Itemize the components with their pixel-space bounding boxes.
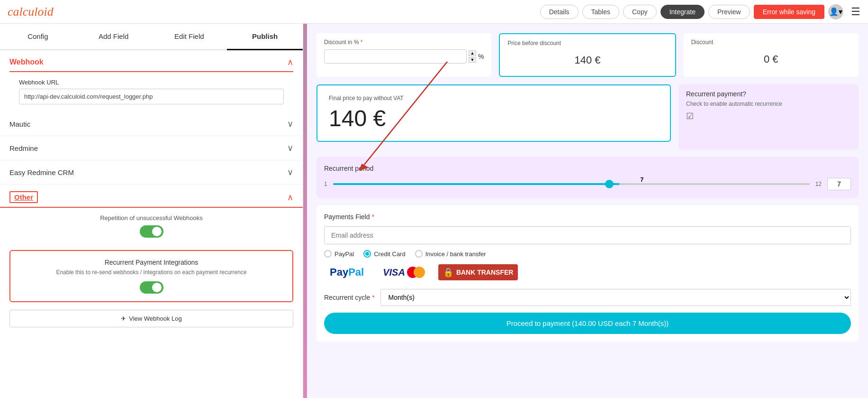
copy-button[interactable]: Copy bbox=[623, 5, 657, 19]
divider bbox=[303, 24, 307, 398]
slider-value-display: 7 bbox=[640, 176, 643, 183]
hamburger-menu[interactable]: ☰ bbox=[851, 6, 860, 18]
cycle-row: Recurrent cycle * Month(s) bbox=[324, 289, 851, 306]
tab-add-field[interactable]: Add Field bbox=[76, 24, 152, 50]
recurrent-payment-desc: Check to enable automatic recurrence bbox=[686, 101, 851, 107]
view-log-button[interactable]: ✈ View Webhook Log bbox=[9, 310, 293, 327]
cycle-label: Recurrent cycle * bbox=[324, 294, 375, 301]
view-log-label: View Webhook Log bbox=[129, 315, 182, 322]
other-title-box: Other bbox=[9, 191, 38, 203]
paypal-radio-label: PayPal bbox=[335, 250, 354, 258]
recurrent-toggle-container bbox=[18, 281, 285, 294]
top-nav: calculoid Details Tables Copy Integrate … bbox=[0, 0, 868, 24]
right-panel: Discount in % * ▲ ▼ % Price before disco… bbox=[307, 24, 868, 398]
recurrent-payment-card: Recurrent payment? Check to enable autom… bbox=[678, 84, 859, 149]
final-price-box: Final price to pay without VAT 140 € bbox=[316, 84, 671, 142]
top-price-row: Discount in % * ▲ ▼ % Price before disco… bbox=[316, 33, 859, 77]
discount-percent-card: Discount in % * ▲ ▼ % bbox=[316, 33, 491, 77]
discount-percent-stepper[interactable]: ▲ ▼ bbox=[469, 50, 476, 63]
stepper-up[interactable]: ▲ bbox=[469, 50, 476, 56]
repetition-toggle-thumb bbox=[152, 227, 162, 236]
repetition-toggle-container: Repetition of unsuccessful Webhooks bbox=[0, 208, 303, 244]
slider-wrapper[interactable] bbox=[333, 183, 810, 185]
redmine-chevron: ∨ bbox=[287, 143, 293, 153]
slider-track bbox=[333, 183, 810, 185]
credit-card-radio-label: Credit Card bbox=[374, 250, 405, 258]
price-before-card: Price before discount 140 € bbox=[499, 33, 676, 77]
discount-calc-card: Discount 0 € bbox=[684, 33, 859, 77]
recurrent-box-title: Recurrent Payment Integrations bbox=[18, 259, 285, 266]
paypal-logo-text: PayPal bbox=[330, 266, 364, 278]
discount-percent-input[interactable] bbox=[324, 49, 467, 64]
credit-card-radio[interactable] bbox=[363, 250, 371, 258]
recurrent-toggle[interactable] bbox=[140, 281, 163, 294]
credit-card-radio-option[interactable]: Credit Card bbox=[363, 250, 405, 258]
tab-edit-field[interactable]: Edit Field bbox=[152, 24, 227, 50]
tab-config[interactable]: Config bbox=[0, 24, 76, 50]
slider-max: 12 bbox=[815, 181, 822, 187]
user-avatar[interactable]: 👤▾ bbox=[828, 4, 843, 19]
bank-lock-icon: 🔒 bbox=[443, 267, 453, 278]
other-section-header[interactable]: Other ∧ bbox=[0, 185, 303, 208]
payments-section: Payments Field * PayPal Credit Card Inv bbox=[316, 205, 859, 342]
bank-transfer-radio[interactable] bbox=[415, 250, 423, 258]
cycle-select[interactable]: Month(s) bbox=[380, 289, 851, 306]
webhook-title: Webhook bbox=[9, 58, 44, 66]
tab-bar: Config Add Field Edit Field Publish bbox=[0, 24, 303, 50]
easy-redmine-label: Easy Redmine CRM bbox=[9, 168, 74, 176]
price-before-label: Price before discount bbox=[507, 40, 667, 46]
credit-card-radio-dot bbox=[365, 252, 369, 256]
left-panel: Config Add Field Edit Field Publish Webh… bbox=[0, 24, 303, 398]
recurrent-box-desc: Enable this to re-send webhooks / integr… bbox=[18, 269, 285, 276]
percent-unit: % bbox=[478, 53, 484, 60]
discount-percent-input-row: ▲ ▼ % bbox=[324, 49, 484, 64]
paypal-logo: PayPal bbox=[324, 263, 370, 281]
discount-calc-label: Discount bbox=[691, 39, 851, 46]
repetition-toggle-track bbox=[140, 225, 163, 238]
recurrent-checkbox[interactable]: ☑ bbox=[686, 111, 851, 121]
slider-min: 1 bbox=[324, 181, 327, 187]
other-chevron: ∧ bbox=[287, 192, 293, 203]
nav-buttons: Details Tables Copy Integrate Preview Er… bbox=[540, 4, 860, 19]
bank-transfer-text: BANK TRANSFER bbox=[456, 268, 514, 276]
slider-thumb bbox=[605, 180, 614, 188]
redmine-label: Redmine bbox=[9, 144, 38, 152]
webhook-section: Webhook ∧ Webhook URL bbox=[0, 50, 303, 112]
easy-redmine-row[interactable]: Easy Redmine CRM ∨ bbox=[0, 160, 303, 185]
mastercard-circles bbox=[407, 267, 425, 278]
details-button[interactable]: Details bbox=[540, 5, 579, 19]
webhook-url-label: Webhook URL bbox=[19, 79, 284, 86]
price-before-value: 140 € bbox=[507, 50, 667, 70]
slider-container: 1 12 7 bbox=[324, 178, 851, 190]
bank-transfer-logo: 🔒 BANK TRANSFER bbox=[438, 264, 518, 280]
visa-text: VISA bbox=[383, 267, 405, 278]
period-label: Recurrent period bbox=[324, 165, 851, 172]
error-button[interactable]: Error while saving bbox=[754, 5, 824, 19]
proceed-button[interactable]: Proceed to payment (140.00 USD each 7 Mo… bbox=[324, 313, 851, 334]
recurrent-payment-box: Recurrent Payment Integrations Enable th… bbox=[9, 250, 293, 302]
paypal-radio[interactable] bbox=[324, 250, 332, 258]
mautic-row[interactable]: Mautic ∨ bbox=[0, 112, 303, 136]
slider-input-box[interactable]: 7 bbox=[827, 178, 851, 190]
webhook-content: Webhook URL bbox=[9, 79, 293, 112]
paypal-radio-option[interactable]: PayPal bbox=[324, 250, 354, 258]
tables-button[interactable]: Tables bbox=[582, 5, 619, 19]
repetition-toggle[interactable] bbox=[140, 225, 163, 238]
recurrent-toggle-track bbox=[140, 281, 163, 294]
final-price-value: 140 € bbox=[329, 105, 659, 131]
webhook-url-input[interactable] bbox=[19, 89, 284, 104]
payments-label: Payments Field * bbox=[324, 213, 851, 221]
period-section: Recurrent period 7 1 12 7 bbox=[316, 157, 859, 198]
discount-calc-value: 0 € bbox=[691, 49, 851, 69]
bank-transfer-radio-option[interactable]: Invoice / bank transfer bbox=[415, 250, 486, 258]
tab-publish[interactable]: Publish bbox=[227, 24, 303, 50]
webhook-header[interactable]: Webhook ∧ bbox=[9, 50, 293, 72]
preview-button[interactable]: Preview bbox=[708, 5, 750, 19]
redmine-row[interactable]: Redmine ∨ bbox=[0, 136, 303, 160]
view-log-icon: ✈ bbox=[121, 315, 126, 322]
webhook-chevron: ∧ bbox=[287, 57, 293, 67]
integrate-button[interactable]: Integrate bbox=[660, 5, 705, 19]
recurrent-payment-label: Recurrent payment? bbox=[686, 90, 851, 98]
stepper-down[interactable]: ▼ bbox=[469, 57, 476, 63]
email-input[interactable] bbox=[324, 226, 851, 244]
